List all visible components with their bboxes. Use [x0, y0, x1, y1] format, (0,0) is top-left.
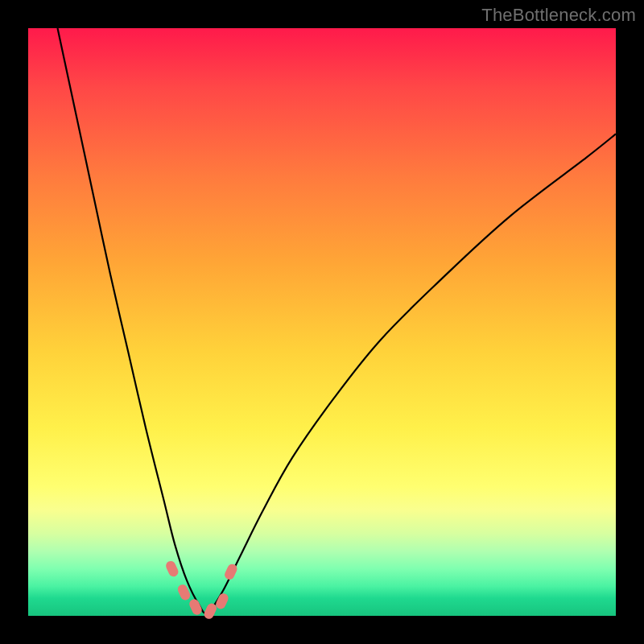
- plot-area: [28, 28, 616, 616]
- chart-marker: [164, 559, 180, 578]
- chart-svg: [28, 28, 616, 616]
- watermark-text: TheBottleneck.com: [481, 5, 636, 26]
- bottleneck-curve: [58, 28, 617, 613]
- chart-markers: [164, 559, 238, 621]
- chart-frame: TheBottleneck.com: [0, 0, 644, 644]
